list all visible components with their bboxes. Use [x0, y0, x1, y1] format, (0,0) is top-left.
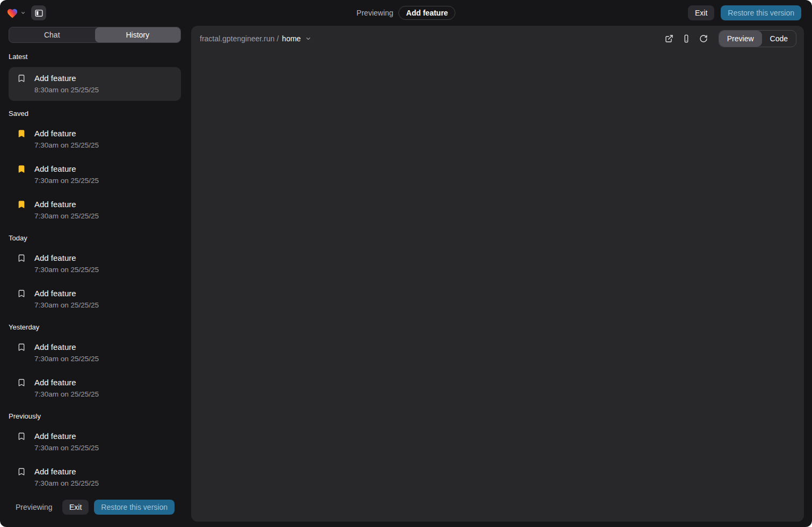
preview-content[interactable]	[191, 52, 804, 522]
preview-code-toggle: Preview Code	[719, 30, 796, 47]
topbar: Previewing Add feature Exit Restore this…	[0, 0, 812, 26]
history-item-time: 7:30am on 25/25/25	[34, 389, 99, 400]
history-item-time: 7:30am on 25/25/25	[34, 175, 99, 186]
history-item-time: 7:30am on 25/25/25	[34, 442, 99, 453]
history-item-time: 7:30am on 25/25/25	[34, 353, 99, 364]
section-header-previously: Previously	[9, 412, 181, 420]
refresh-button[interactable]	[696, 31, 711, 46]
chevron-down-icon	[20, 10, 26, 16]
bookmark-icon[interactable]	[17, 467, 26, 476]
section-header-today: Today	[9, 234, 181, 242]
workspace-menu[interactable]	[6, 8, 26, 18]
tab-history[interactable]: History	[95, 27, 181, 42]
history-item[interactable]: Add feature7:30am on 25/25/25	[9, 284, 181, 314]
history-item[interactable]: Add feature8:30am on 25/25/25	[9, 67, 181, 101]
bookmark-filled-icon[interactable]	[17, 165, 26, 173]
history-item[interactable]: Add feature7:30am on 25/25/25	[9, 195, 181, 225]
bookmark-filled-icon[interactable]	[17, 129, 26, 138]
history-item-title: Add feature	[34, 430, 99, 442]
url-page: home	[282, 34, 301, 43]
history-item[interactable]: Add feature7:30am on 25/25/25	[9, 124, 181, 155]
history-item-title: Add feature	[34, 128, 99, 140]
history-item-title: Add feature	[34, 377, 99, 389]
restore-version-button[interactable]: Restore this version	[94, 500, 175, 515]
version-badge[interactable]: Add feature	[398, 6, 455, 20]
history-item-title: Add feature	[34, 163, 99, 175]
bookmark-icon[interactable]	[17, 74, 26, 83]
sidebar-tabs: ChatHistory	[9, 27, 181, 43]
sidebar-footer: Previewing Exit Restore this version	[9, 495, 181, 522]
history-item-time: 7:30am on 25/25/25	[34, 478, 99, 489]
history-item-title: Add feature	[34, 199, 99, 210]
open-in-new-tab-button[interactable]	[662, 31, 677, 46]
history-item-time: 8:30am on 25/25/25	[34, 84, 99, 96]
history-item-time: 7:30am on 25/25/25	[34, 299, 99, 311]
section-header-latest: Latest	[9, 53, 181, 61]
mobile-view-icon	[682, 34, 691, 43]
history-item-time: 7:30am on 25/25/25	[34, 210, 99, 222]
url-prefix: fractal.gptengineer.run /	[200, 34, 279, 43]
bookmark-filled-icon[interactable]	[17, 200, 26, 209]
history-item[interactable]: Add feature7:30am on 25/25/25	[9, 338, 181, 368]
tab-code[interactable]: Code	[762, 31, 796, 47]
preview-panel: fractal.gptengineer.run / home	[191, 26, 804, 522]
exit-button[interactable]: Exit	[62, 500, 89, 515]
preview-header: fractal.gptengineer.run / home	[191, 26, 804, 52]
history-list: LatestAdd feature8:30am on 25/25/25Saved…	[9, 44, 181, 495]
history-item-title: Add feature	[34, 72, 99, 84]
bookmark-icon[interactable]	[17, 254, 26, 262]
preview-url-dropdown[interactable]: fractal.gptengineer.run / home	[200, 34, 311, 43]
history-sidebar: ChatHistory LatestAdd feature8:30am on 2…	[0, 26, 181, 522]
history-item-title: Add feature	[34, 252, 99, 264]
history-item-time: 7:30am on 25/25/25	[34, 264, 99, 275]
bookmark-icon[interactable]	[17, 343, 26, 352]
tab-preview[interactable]: Preview	[719, 31, 762, 47]
history-item[interactable]: Add feature7:30am on 25/25/25	[9, 462, 181, 493]
refresh-icon	[699, 34, 708, 43]
panel-left-icon	[34, 9, 44, 18]
history-item-time: 7:30am on 25/25/25	[34, 140, 99, 151]
section-header-yesterday: Yesterday	[9, 323, 181, 331]
exit-button[interactable]: Exit	[688, 5, 714, 20]
open-in-new-tab-icon	[665, 34, 673, 43]
restore-version-button[interactable]: Restore this version	[721, 5, 801, 20]
bookmark-icon[interactable]	[17, 378, 26, 387]
previewing-label: Previewing	[357, 9, 393, 17]
tab-chat[interactable]: Chat	[9, 27, 95, 42]
chevron-down-icon	[305, 35, 311, 42]
sidebar-toggle-button[interactable]	[31, 5, 46, 20]
mobile-view-button[interactable]	[679, 31, 694, 46]
section-header-saved: Saved	[9, 109, 181, 118]
history-item-title: Add feature	[34, 341, 99, 353]
history-item[interactable]: Add feature7:30am on 25/25/25	[9, 427, 181, 457]
history-item-title: Add feature	[34, 466, 99, 478]
bookmark-icon[interactable]	[17, 432, 26, 441]
bookmark-icon[interactable]	[17, 289, 26, 298]
app-window: Previewing Add feature Exit Restore this…	[0, 0, 812, 527]
history-item[interactable]: Add feature7:30am on 25/25/25	[9, 373, 181, 404]
history-item[interactable]: Add feature7:30am on 25/25/25	[9, 248, 181, 279]
history-item-title: Add feature	[34, 288, 99, 299]
history-item[interactable]: Add feature7:30am on 25/25/25	[9, 159, 181, 190]
lovable-heart-logo-icon	[6, 8, 18, 18]
previewing-label: Previewing	[16, 503, 52, 511]
